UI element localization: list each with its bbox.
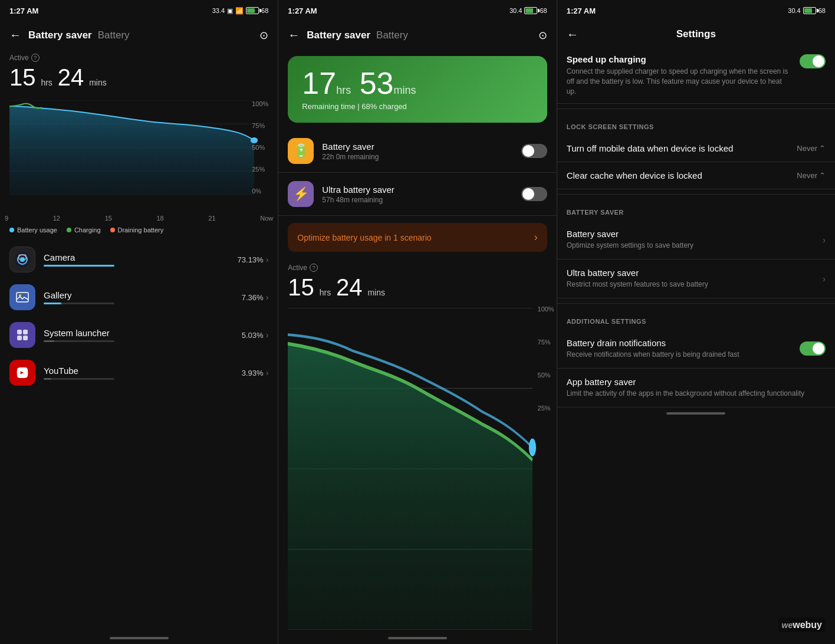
battery-big-time: 17hrs 53mins: [302, 68, 532, 98]
screen-1: ← Battery saver Battery ⊙ Active ? 15 hr…: [0, 21, 278, 644]
clear-cache-title: Clear cache when device is locked: [567, 170, 790, 180]
screen1-active-time: 15 hrs 24 mins: [9, 62, 268, 93]
battery-card: 17hrs 53mins Remaining time | 68% charge…: [288, 56, 547, 123]
youtube-bar: [44, 378, 51, 380]
svg-rect-15: [23, 336, 28, 340]
youtube-chevron: ›: [266, 368, 269, 377]
screen2-chart-labels-y: 100% 75% 50% 25%: [538, 305, 554, 412]
battery-saver-item-2[interactable]: ⚡ Ultra battery saver 57h 48m remaining: [278, 173, 556, 216]
screen1-title-group: Battery saver Battery: [28, 29, 130, 41]
screen1-back-button[interactable]: ←: [9, 28, 21, 42]
screen1-legend: Battery usage Charging Draining battery: [0, 222, 278, 238]
speed-charge-info: Speed up charging Connect the supplied c…: [567, 54, 793, 96]
speed-charge-toggle[interactable]: [800, 54, 826, 68]
status-time-1: 1:27 AM: [9, 6, 38, 15]
status-time-3: 1:27 AM: [567, 6, 596, 15]
status-icons-3: 30.4 68: [788, 7, 826, 14]
screen3-back-button[interactable]: ←: [567, 28, 578, 41]
screen2-settings-icon[interactable]: ⊙: [538, 29, 547, 41]
speed-charge-section: Speed up charging Connect the supplied c…: [557, 47, 835, 104]
screen1-active-section: Active ? 15 hrs 24 mins: [0, 49, 278, 96]
signal-icon-1: 33.4: [212, 7, 225, 14]
screen3-bottom-bar: [666, 412, 725, 415]
mobile-data-title: Turn off mobile data when device is lock…: [567, 143, 790, 153]
status-time-2: 1:27 AM: [288, 6, 317, 15]
battery-saver-item-1[interactable]: 🔋 Battery saver 22h 0m remaining: [278, 130, 556, 173]
gallery-bar: [44, 303, 61, 304]
screen1-title-main: Battery saver: [28, 29, 92, 41]
gallery-percent: 7.36% ›: [242, 293, 269, 302]
speed-charge-sub: Connect the supplied charger to speed up…: [567, 67, 793, 96]
screen1-bottom-bar: [110, 637, 169, 639]
mobile-data-value: Never ⌃: [797, 144, 826, 153]
svg-rect-12: [17, 330, 22, 334]
ultra-battery-settings-sub: Restrict most system features to save ba…: [567, 280, 816, 290]
svg-rect-14: [17, 336, 22, 340]
battery-drain-title: Battery drain notifications: [567, 338, 793, 348]
status-icons-2: 30.4 68: [509, 7, 547, 14]
clear-cache-chevron: ⌃: [819, 171, 826, 180]
app-battery-saver-title: App battery saver: [567, 377, 826, 387]
app-battery-saver-item[interactable]: App battery saver Limit the activity of …: [557, 369, 835, 408]
battery-icon-3: [803, 7, 816, 14]
info-icon-2: ?: [310, 264, 318, 272]
youtube-icon: [9, 360, 35, 386]
saver-name-1: Battery saver: [322, 142, 512, 152]
battery-drain-item[interactable]: Battery drain notifications Receive noti…: [557, 330, 835, 369]
battery-drain-info: Battery drain notifications Receive noti…: [567, 338, 793, 360]
screen2-title-secondary: Battery: [376, 29, 408, 41]
speed-charge-title: Speed up charging: [567, 54, 793, 64]
legend-battery-usage: Battery usage: [9, 226, 57, 234]
battery-drain-toggle-knob: [813, 343, 824, 354]
battery-saver-toggle-1[interactable]: [521, 144, 547, 158]
screen1-settings-icon[interactable]: ⊙: [259, 29, 268, 41]
screen-2: ← Battery saver Battery ⊙ 17hrs 53mins R…: [278, 21, 557, 644]
screen2-title-main: Battery saver: [307, 29, 370, 41]
launcher-icon: [9, 322, 35, 348]
legend-dot-charging: [67, 228, 71, 232]
screen1-title-secondary: Battery: [98, 29, 130, 41]
mobile-data-info: Turn off mobile data when device is lock…: [567, 143, 790, 153]
battery-saver-toggle-2[interactable]: [521, 187, 547, 201]
legend-label-usage: Battery usage: [17, 226, 57, 234]
legend-draining: Draining battery: [110, 226, 164, 234]
app-item-camera[interactable]: Camera 73.13% ›: [0, 241, 278, 278]
additional-settings-label: ADDITIONAL SETTINGS: [557, 308, 835, 330]
camera-percent: 73.13% ›: [238, 255, 269, 264]
gallery-name: Gallery: [44, 290, 234, 300]
battery-drain-toggle[interactable]: [800, 341, 826, 356]
battery-mins: 53: [360, 66, 394, 100]
screen1-chart-labels-x: 9 12 15 18 21 Now: [0, 215, 278, 222]
battery-saver-settings-sub: Optimize system settings to save battery: [567, 241, 816, 251]
battery-saver-icon-2: ⚡: [288, 181, 314, 207]
optimize-banner[interactable]: Optimize battery usage in 1 scenario ›: [288, 223, 547, 252]
optimize-arrow-icon: ›: [534, 231, 538, 244]
app-item-gallery[interactable]: Gallery 7.36% ›: [0, 278, 278, 316]
info-icon: ?: [31, 54, 40, 62]
optimize-text: Optimize battery usage in 1 scenario: [297, 233, 431, 242]
screen2-back-button[interactable]: ←: [288, 28, 300, 42]
saver-info-1: Battery saver 22h 0m remaining: [322, 142, 512, 161]
divider-1: [557, 109, 835, 109]
screen2-header-right: ⊙: [538, 29, 547, 42]
ultra-battery-settings-item[interactable]: Ultra battery saver Restrict most system…: [557, 259, 835, 298]
status-panel-1: 1:27 AM 33.4 ▣ 📶 68: [0, 0, 278, 21]
ultra-battery-chevron: ›: [823, 274, 826, 284]
launcher-name: System launcher: [44, 328, 234, 338]
screen1-chart-labels-y: 100% 75% 50% 25% 0%: [252, 100, 268, 195]
app-battery-saver-info: App battery saver Limit the activity of …: [567, 377, 826, 399]
ultra-battery-settings-title: Ultra battery saver: [567, 268, 816, 278]
lock-screen-label: LOCK SCREEN SETTINGS: [557, 114, 835, 135]
screen2-active-time: 15 hrs 24 mins: [288, 272, 547, 303]
battery-mins-label: mins: [393, 84, 416, 96]
app-item-youtube[interactable]: YouTube 3.93% ›: [0, 354, 278, 392]
divider-3: [557, 303, 835, 304]
battery-saver-settings-item[interactable]: Battery saver Optimize system settings t…: [557, 221, 835, 259]
app-item-launcher[interactable]: System launcher 5.03% ›: [0, 316, 278, 354]
mobile-data-lock-item[interactable]: Turn off mobile data when device is lock…: [557, 135, 835, 162]
screen-3: ← Settings Speed up charging Connect the…: [557, 21, 835, 644]
battery-drain-sub: Receive notifications when battery is be…: [567, 350, 793, 360]
battery-saver-icon-1: 🔋: [288, 138, 314, 164]
clear-cache-item[interactable]: Clear cache when device is locked Never …: [557, 162, 835, 189]
battery-saver-chevron: ›: [823, 235, 826, 245]
